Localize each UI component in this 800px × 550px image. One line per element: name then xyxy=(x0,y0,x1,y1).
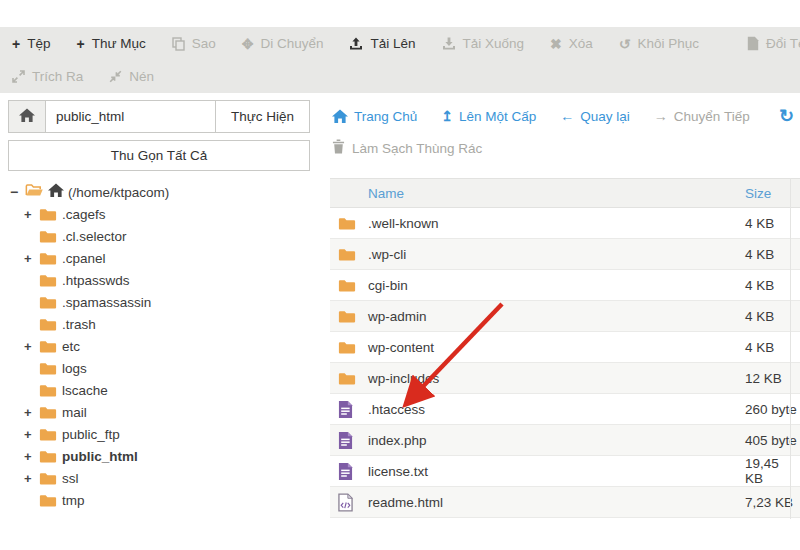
file-icon xyxy=(338,400,358,419)
folder-icon xyxy=(39,317,57,332)
toolbar-button-label: Sao xyxy=(192,36,216,51)
toolbar-button-label: Di Chuyển xyxy=(260,36,323,51)
file-name[interactable]: wp-includes xyxy=(368,371,439,386)
tree-item-lscache[interactable]: lscache xyxy=(24,379,322,401)
nav-link-arrow-left[interactable]: ←Quay lại xyxy=(560,109,630,124)
table-row-index.php[interactable]: index.php405 byte xyxy=(330,425,800,456)
expand-toggle[interactable]: + xyxy=(24,251,35,266)
download-icon xyxy=(442,37,456,51)
toolbar-button-download-tải-xuống: Tải Xuống xyxy=(442,36,525,51)
folder-icon xyxy=(338,309,358,324)
expand-toggle[interactable]: + xyxy=(24,427,35,442)
folder-icon xyxy=(39,229,57,244)
delete-icon: ✖ xyxy=(550,37,562,51)
toolbar-button-label: Thư Mục xyxy=(92,36,146,51)
tree-item-label: public_ftp xyxy=(62,427,120,442)
file-table: Name Size .well-known4 KB .wp-cli4 KB cg… xyxy=(330,178,800,518)
tree-item-dot-trash[interactable]: .trash xyxy=(24,313,322,335)
toolbar-button-move-di-chuyển: ✥Di Chuyển xyxy=(242,36,324,51)
open-folder-icon xyxy=(25,183,44,201)
collapse-toggle[interactable]: − xyxy=(10,184,22,200)
empty-trash-button[interactable]: Làm Sạch Thùng Rác xyxy=(332,139,482,157)
file-name[interactable]: license.txt xyxy=(368,464,428,479)
file-name[interactable]: readme.html xyxy=(368,495,443,510)
toolbar-button-plus-thư-mục[interactable]: +Thư Mục xyxy=(76,36,145,51)
tree-root-home[interactable]: − (/home/ktpacom) xyxy=(10,181,322,203)
folder-icon xyxy=(39,449,57,464)
table-row-wp-content[interactable]: wp-content4 KB xyxy=(330,332,800,363)
tree-item-dot-cl.selector[interactable]: .cl.selector xyxy=(24,225,322,247)
file-size: 19,45 KB xyxy=(745,456,800,486)
home-directory-button[interactable] xyxy=(8,100,46,133)
collapse-all-button[interactable]: Thu Gọn Tất Cả xyxy=(8,140,310,171)
tree-item-ssl[interactable]: + ssl xyxy=(24,467,322,489)
table-row-dot-htaccess[interactable]: .htaccess260 byte xyxy=(330,394,800,425)
folder-icon xyxy=(338,278,358,293)
table-row-wp-admin[interactable]: wp-admin4 KB xyxy=(330,301,800,332)
file-name[interactable]: .htaccess xyxy=(368,402,425,417)
tree-item-etc[interactable]: + etc xyxy=(24,335,322,357)
extract-icon xyxy=(12,70,25,83)
file-manager-toolbar: +Tệp+Thư Mục Sao✥Di Chuyển Tải Lên Tải X… xyxy=(0,27,800,93)
tree-items: + .cagefs .cl.selector+ .cpanel .htpassw… xyxy=(10,203,322,511)
tree-item-logs[interactable]: logs xyxy=(24,357,322,379)
go-button[interactable]: Thực Hiện xyxy=(216,100,310,133)
expand-toggle[interactable]: + xyxy=(24,339,35,354)
table-row-dot-wp-cli[interactable]: .wp-cli4 KB xyxy=(330,239,800,270)
plus-icon: + xyxy=(12,37,20,51)
tree-item-public_ftp[interactable]: + public_ftp xyxy=(24,423,322,445)
toolbar-row-primary: +Tệp+Thư Mục Sao✥Di Chuyển Tải Lên Tải X… xyxy=(0,27,800,60)
toolbar-button-compress-nén: Nén xyxy=(109,69,154,84)
expand-toggle[interactable]: + xyxy=(24,471,35,486)
tree-item-dot-htpasswds[interactable]: .htpasswds xyxy=(24,269,322,291)
refresh-button[interactable]: ↻ xyxy=(779,105,794,127)
tree-item-mail[interactable]: + mail xyxy=(24,401,322,423)
toolbar-button-plus-tệp[interactable]: +Tệp xyxy=(12,36,50,51)
nav-link-up-level[interactable]: ↥Lên Một Cấp xyxy=(441,109,536,124)
file-name[interactable]: .wp-cli xyxy=(368,247,406,262)
plus-icon: + xyxy=(76,37,84,51)
toolbar-button-label: Nén xyxy=(129,69,154,84)
document-icon xyxy=(338,431,353,450)
path-input[interactable] xyxy=(46,100,216,133)
expand-toggle[interactable]: + xyxy=(24,449,35,464)
folder-icon xyxy=(338,340,358,355)
toolbar-button-label: Khôi Phục xyxy=(638,36,700,51)
toolbar-button-upload-tải-lên[interactable]: Tải Lên xyxy=(349,36,415,51)
tree-item-dot-cagefs[interactable]: + .cagefs xyxy=(24,203,322,225)
tree-item-public_html[interactable]: + public_html xyxy=(24,445,322,467)
file-name[interactable]: wp-admin xyxy=(368,309,427,324)
column-header-name[interactable]: Name xyxy=(368,186,404,201)
folder-icon xyxy=(39,471,57,486)
tree-item-label: mail xyxy=(62,405,87,420)
table-row-dot-well-known[interactable]: .well-known4 KB xyxy=(330,208,800,239)
tree-item-label: etc xyxy=(62,339,80,354)
nav-link-label: Lên Một Cấp xyxy=(459,109,536,124)
table-row-wp-includes[interactable]: wp-includes12 KB xyxy=(330,363,800,394)
folder-icon xyxy=(39,339,57,354)
expand-toggle[interactable]: + xyxy=(24,207,35,222)
folder-icon xyxy=(338,247,356,262)
tree-item-label: public_html xyxy=(62,449,138,464)
nav-link-home[interactable]: Trang Chủ xyxy=(332,109,417,124)
file-name[interactable]: .well-known xyxy=(368,216,439,231)
table-row-license.txt[interactable]: license.txt19,45 KB xyxy=(330,456,800,487)
empty-trash-label: Làm Sạch Thùng Rác xyxy=(352,141,482,156)
nav-link-label: Chuyển Tiếp xyxy=(674,109,750,124)
tree-item-dot-spamassassin[interactable]: .spamassassin xyxy=(24,291,322,313)
file-name[interactable]: index.php xyxy=(368,433,427,448)
toolbar-button-copy-sao: Sao xyxy=(172,36,216,51)
file-name[interactable]: wp-content xyxy=(368,340,434,355)
table-row-readme.html[interactable]: readme.html7,23 KB xyxy=(330,487,800,518)
document-icon xyxy=(338,400,353,419)
tree-item-tmp[interactable]: tmp xyxy=(24,489,322,511)
tree-item-dot-cpanel[interactable]: + .cpanel xyxy=(24,247,322,269)
expand-toggle[interactable]: + xyxy=(24,405,35,420)
column-header-size[interactable]: Size xyxy=(745,186,771,201)
table-row-cgi-bin[interactable]: cgi-bin4 KB xyxy=(330,270,800,301)
table-header: Name Size xyxy=(330,178,800,208)
up-level-icon: ↥ xyxy=(441,109,453,123)
directory-tree: − (/home/ktpacom) + .cagefs .cl.selector… xyxy=(10,181,322,511)
file-name[interactable]: cgi-bin xyxy=(368,278,408,293)
home-icon xyxy=(48,183,64,198)
